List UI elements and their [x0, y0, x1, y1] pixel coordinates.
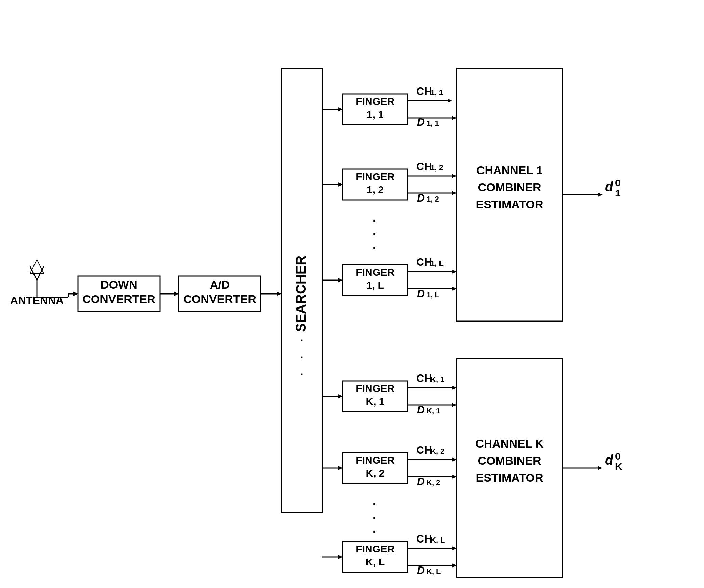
dots-lower-left2: ·	[372, 510, 376, 525]
finger-1-L-label2: 1, L	[366, 279, 384, 291]
d-1-L-label: D	[417, 287, 425, 300]
d-1-L-sub: 1, L	[427, 290, 439, 299]
d-1-2-label: D	[417, 192, 425, 204]
output-1-sup: 0	[615, 178, 621, 188]
d-1-1-label: D	[417, 116, 425, 128]
finger-1-1-label: FINGER	[356, 96, 395, 107]
channelK-combiner-label3: ESTIMATOR	[476, 471, 543, 484]
v-dots-1: ·	[299, 330, 304, 349]
d-K-1-sub: K, 1	[427, 407, 440, 415]
finger-1-L-label: FINGER	[356, 266, 395, 278]
d-1-1-sub: 1, 1	[427, 119, 439, 127]
channelK-combiner-label1: CHANNEL K	[475, 437, 544, 450]
ch-K-2-sub: K, 2	[431, 447, 444, 455]
finger-K-L-label2: K, L	[366, 556, 385, 568]
d-K-1-label: D	[417, 404, 425, 416]
finger-1-2-label2: 1, 2	[367, 184, 384, 195]
output-K-sup: 0	[615, 451, 621, 462]
diagram: ANTENNA DOWN CONVERTER A/D CONVERTER SEA…	[0, 0, 704, 588]
ch-K-L-sub: K, L	[431, 536, 445, 544]
ch-K-1-label: CH	[416, 372, 432, 384]
output-K-label: d	[605, 452, 614, 467]
finger-K-L-label: FINGER	[356, 543, 395, 555]
ch-K-2-label: CH	[416, 444, 432, 456]
dots-upper-left: ·	[372, 213, 376, 228]
ch-1-2-label: CH	[416, 160, 432, 173]
finger-K-1-label2: K, 1	[366, 396, 384, 407]
dots-upper-left3: ·	[372, 241, 376, 256]
finger-K-2-label2: K, 2	[366, 467, 384, 479]
d-K-2-label: D	[417, 475, 425, 488]
finger-K-1-label: FINGER	[356, 383, 395, 394]
ad-converter-label: A/D	[210, 278, 230, 291]
ch-1-2-sub: 1, 2	[431, 163, 443, 172]
down-converter-label2: CONVERTER	[82, 292, 155, 305]
channel1-combiner-label2: COMBINER	[478, 181, 541, 194]
d-1-2-sub: 1, 2	[427, 195, 439, 203]
searcher-label: SEARCHER	[293, 256, 308, 332]
ad-converter-label2: CONVERTER	[183, 292, 256, 305]
v-dots-3: ·	[299, 364, 304, 383]
ch-1-1-label: CH	[416, 85, 432, 97]
ch-1-L-sub: 1, L	[431, 259, 444, 268]
ch-K-L-label: CH	[416, 533, 432, 545]
d-K-L-label: D	[417, 564, 425, 576]
dots-lower-left3: ·	[372, 524, 376, 539]
finger-1-1-label2: 1, 1	[367, 109, 384, 120]
d-K-2-sub: K, 2	[427, 478, 440, 487]
output-K-sub: K	[615, 461, 622, 472]
finger-K-2-label: FINGER	[356, 454, 395, 466]
ch-1-1-sub: 1, 1	[431, 88, 443, 97]
channel1-combiner-block	[457, 68, 563, 321]
channel1-combiner-label3: ESTIMATOR	[476, 198, 543, 211]
output-1-sub: 1	[615, 188, 621, 199]
ch-1-L-label: CH	[416, 256, 432, 268]
channelK-combiner-block	[457, 359, 563, 577]
ch-K-1-sub: K, 1	[431, 375, 444, 384]
channelK-combiner-label2: COMBINER	[478, 454, 541, 467]
dots-upper-left2: ·	[372, 227, 376, 242]
finger-1-2-label: FINGER	[356, 171, 395, 182]
down-converter-label: DOWN	[100, 278, 137, 291]
v-dots-2: ·	[299, 347, 304, 366]
output-1-label: d	[605, 179, 614, 194]
d-K-L-sub: K, L	[427, 567, 441, 576]
dots-lower-left: ·	[372, 497, 376, 512]
channel1-combiner-label1: CHANNEL 1	[476, 164, 543, 177]
